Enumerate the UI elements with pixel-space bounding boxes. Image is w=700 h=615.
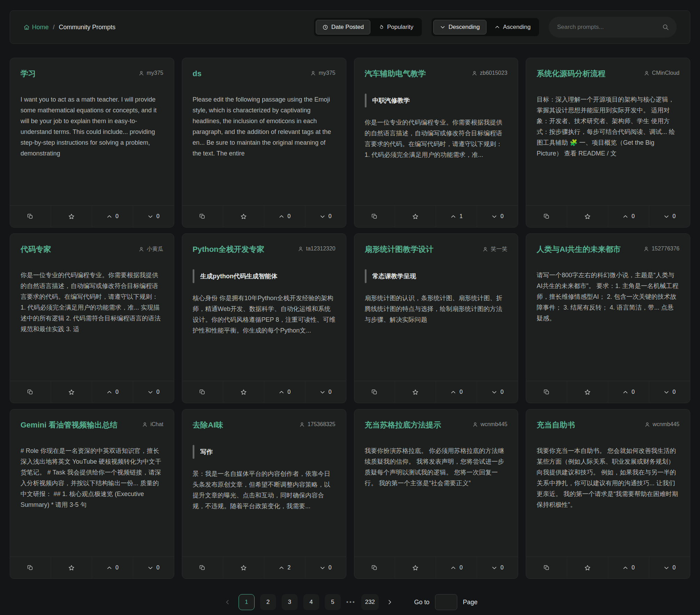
card-header: 充当自助书 wcnmb445 xyxy=(537,421,679,430)
downvote-count: 0 xyxy=(156,389,160,395)
chevron-down-icon xyxy=(147,389,153,395)
downvote-button[interactable]: 0 xyxy=(133,206,174,227)
prompt-card[interactable]: ds my375 Please edit the following passa… xyxy=(182,58,346,227)
page-button-1[interactable]: 1 xyxy=(239,594,255,610)
favorite-button[interactable] xyxy=(395,381,436,403)
prompt-card[interactable]: 汽车辅助电气教学 zb6015023 中职汽修教学 你是一位专业的代码编程专业。… xyxy=(354,58,518,227)
chevron-up-icon xyxy=(494,24,500,30)
card-header: 扇形统计图教学设计 笑一笑 xyxy=(365,245,508,254)
favorite-button[interactable] xyxy=(395,557,436,578)
page-button-4[interactable]: 4 xyxy=(303,594,319,610)
page-button-3[interactable]: 3 xyxy=(282,594,298,610)
favorite-button[interactable] xyxy=(567,557,608,578)
favorite-button[interactable] xyxy=(567,381,608,403)
star-icon xyxy=(412,213,419,220)
copy-button[interactable] xyxy=(526,206,567,227)
copy-button[interactable] xyxy=(526,557,567,578)
star-icon xyxy=(584,389,591,396)
prompt-card[interactable]: 充当苏格拉底方法提示 wcnmb445 我要你扮演苏格拉底。 你必须用苏格拉底的… xyxy=(354,409,518,579)
prompt-card[interactable]: 充当自助书 wcnmb445 我要你充当一本自助书。 您会就如何改善我生活的某些… xyxy=(526,409,690,579)
chevron-down-icon xyxy=(663,389,669,395)
person-icon xyxy=(138,70,144,76)
descending-button[interactable]: Descending xyxy=(433,20,486,34)
upvote-button[interactable]: 0 xyxy=(264,381,305,403)
upvote-button[interactable]: 0 xyxy=(264,206,305,227)
copy-button[interactable] xyxy=(182,381,223,403)
card-author: wcnmb445 xyxy=(644,421,679,428)
favorite-button[interactable] xyxy=(51,206,92,227)
author-name: 小黄瓜 xyxy=(147,246,163,253)
copy-button[interactable] xyxy=(10,381,51,403)
upvote-button[interactable]: 0 xyxy=(92,557,133,578)
card-main: Gemini 看油管视频输出总结 iChat # Role 你现在是一名资深的中… xyxy=(10,409,174,557)
downvote-button[interactable]: 0 xyxy=(305,381,346,403)
page-button-2[interactable]: 2 xyxy=(260,594,276,610)
prompt-card[interactable]: 人类与AI共生的未来都市 152776376 请写一个800字左右的科幻微小说，… xyxy=(526,233,690,403)
downvote-button[interactable]: 0 xyxy=(649,206,690,227)
ascending-button[interactable]: Ascending xyxy=(488,20,537,34)
copy-button[interactable] xyxy=(354,206,395,227)
copy-button[interactable] xyxy=(526,381,567,403)
favorite-button[interactable] xyxy=(223,381,264,403)
upvote-button[interactable]: 0 xyxy=(436,381,477,403)
home-link[interactable]: Home xyxy=(23,24,49,31)
downvote-button[interactable]: 0 xyxy=(649,381,690,403)
downvote-button[interactable]: 0 xyxy=(649,557,690,578)
upvote-button[interactable]: 0 xyxy=(92,206,133,227)
favorite-button[interactable] xyxy=(223,206,264,227)
prompt-card[interactable]: 扇形统计图教学设计 笑一笑 常态课教学呈现 扇形统计图的认识，条形统计图、扇形统… xyxy=(354,233,518,403)
search-icon[interactable] xyxy=(662,24,669,31)
copy-button[interactable] xyxy=(182,557,223,578)
chevron-down-icon xyxy=(320,214,325,219)
upvote-button[interactable]: 0 xyxy=(608,381,649,403)
prompt-card[interactable]: 系统化源码分析流程 CMinCloud 目标：深入理解一个开源项目的架构与核心逻… xyxy=(526,58,690,227)
page-button-5[interactable]: 5 xyxy=(325,594,341,610)
search-input[interactable] xyxy=(556,23,659,31)
copy-button[interactable] xyxy=(10,557,51,578)
upvote-button[interactable]: 0 xyxy=(92,381,133,403)
upvote-button[interactable]: 0 xyxy=(436,557,477,578)
card-title: 学习 xyxy=(21,69,36,78)
downvote-button[interactable]: 0 xyxy=(305,206,346,227)
favorite-button[interactable] xyxy=(395,206,436,227)
favorite-button[interactable] xyxy=(51,557,92,578)
upvote-button[interactable]: 0 xyxy=(608,206,649,227)
downvote-button[interactable]: 0 xyxy=(133,381,174,403)
prompt-card[interactable]: 学习 my375 I want you to act as a math tea… xyxy=(10,58,174,227)
page-button-last[interactable]: 232 xyxy=(361,594,379,610)
downvote-button[interactable]: 0 xyxy=(133,557,174,578)
chevron-up-icon xyxy=(106,214,112,219)
copy-button[interactable] xyxy=(354,381,395,403)
downvote-count: 0 xyxy=(156,213,160,219)
downvote-button[interactable]: 0 xyxy=(477,381,518,403)
prompt-card[interactable]: 代码专家 小黄瓜 你是一位专业的代码编程专业。你需要根据我提供的自然语言描述，自… xyxy=(10,233,174,403)
downvote-button[interactable]: 0 xyxy=(305,557,346,578)
popularity-button[interactable]: Popularity xyxy=(372,20,420,34)
prompt-card[interactable]: Python全栈开发专家 ta12312320 生成python代码生成智能体 … xyxy=(182,233,346,403)
prompt-card[interactable]: Gemini 看油管视频输出总结 iChat # Role 你现在是一名资深的中… xyxy=(10,409,174,579)
goto-page-input[interactable] xyxy=(435,594,457,610)
upvote-button[interactable]: 0 xyxy=(608,557,649,578)
downvote-button[interactable]: 0 xyxy=(477,206,518,227)
card-main: ds my375 Please edit the following passa… xyxy=(182,58,346,205)
prompt-card[interactable]: 去除AI味 175368325 写作 景：我是一名自媒体平台的内容创作者，依靠今… xyxy=(182,409,346,579)
next-page-button[interactable] xyxy=(384,594,395,610)
home-label: Home xyxy=(32,24,49,31)
date-posted-button[interactable]: Date Posted xyxy=(316,20,371,34)
favorite-button[interactable] xyxy=(51,381,92,403)
copy-button[interactable] xyxy=(10,206,51,227)
prev-page-button[interactable] xyxy=(223,594,233,610)
copy-button[interactable] xyxy=(354,557,395,578)
downvote-count: 0 xyxy=(329,389,332,395)
favorite-button[interactable] xyxy=(567,206,608,227)
card-main: Python全栈开发专家 ta12312320 生成python代码生成智能体 … xyxy=(182,234,346,381)
upvote-button[interactable]: 1 xyxy=(436,206,477,227)
card-footer: 0 0 xyxy=(354,557,518,578)
downvote-button[interactable]: 0 xyxy=(477,557,518,578)
card-tag: 写作 xyxy=(193,446,336,458)
favorite-button[interactable] xyxy=(223,557,264,578)
card-title: ds xyxy=(193,69,202,78)
card-header: 充当苏格拉底方法提示 wcnmb445 xyxy=(365,421,508,430)
upvote-button[interactable]: 2 xyxy=(264,557,305,578)
copy-button[interactable] xyxy=(182,206,223,227)
